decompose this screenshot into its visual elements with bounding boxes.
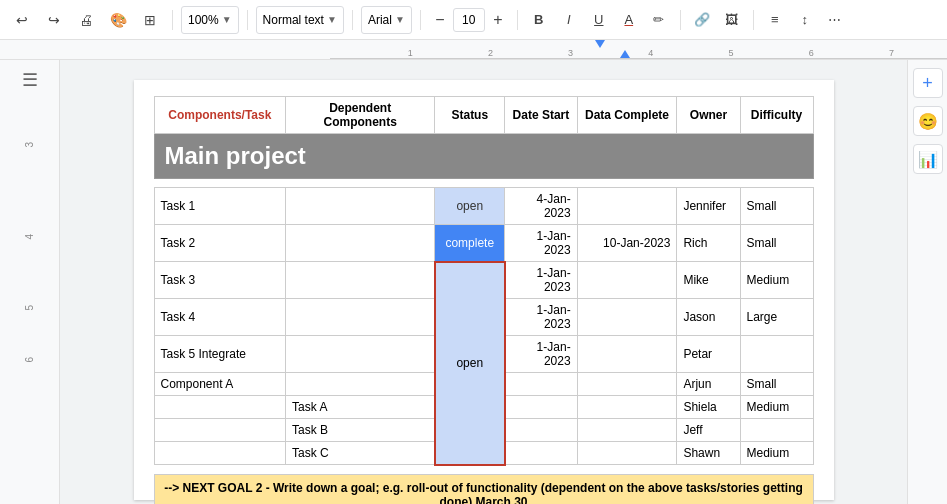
date-start-cell <box>505 396 577 419</box>
dep-cell: Task B <box>286 419 435 442</box>
dep-cell <box>286 188 435 225</box>
ruler-mark-1: 1 <box>408 48 413 58</box>
project-table: Components/Task Dependent Components Sta… <box>154 96 814 504</box>
print-button[interactable]: 🖨 <box>72 6 100 34</box>
add-comment-button[interactable]: + <box>913 68 943 98</box>
task-cell: Task 5 Integrate <box>154 336 286 373</box>
table-row: Task 1 open 4-Jan-2023 Jennifer Small <box>154 188 813 225</box>
table-header-row: Components/Task Dependent Components Sta… <box>154 97 813 134</box>
difficulty-cell: Small <box>740 225 813 262</box>
font-size-increase[interactable]: + <box>487 9 509 31</box>
owner-cell: Petar <box>677 336 740 373</box>
font-dropdown[interactable]: Arial ▼ <box>361 6 412 34</box>
col-header-difficulty: Difficulty <box>740 97 813 134</box>
data-complete-cell <box>577 336 677 373</box>
separator-4 <box>420 10 421 30</box>
separator-1 <box>172 10 173 30</box>
text-style-value: Normal text <box>263 13 324 27</box>
separator-6 <box>680 10 681 30</box>
difficulty-cell <box>740 336 813 373</box>
date-start-cell <box>505 442 577 465</box>
align-button[interactable]: ≡ <box>762 7 788 33</box>
chart-button[interactable]: 📊 <box>913 144 943 174</box>
owner-cell: Shiela <box>677 396 740 419</box>
doc-area[interactable]: Components/Task Dependent Components Sta… <box>60 60 907 504</box>
task-cell <box>154 396 286 419</box>
undo-button[interactable]: ↩ <box>8 6 36 34</box>
difficulty-cell: Medium <box>740 396 813 419</box>
separator-5 <box>517 10 518 30</box>
emoji-button[interactable]: 😊 <box>913 106 943 136</box>
col-header-status: Status <box>435 97 505 134</box>
ruler-number-3: 3 <box>24 142 35 148</box>
data-complete-cell <box>577 262 677 299</box>
font-value: Arial <box>368 13 392 27</box>
dep-cell: Task A <box>286 396 435 419</box>
owner-cell: Jeff <box>677 419 740 442</box>
ruler-marker-top <box>595 40 605 48</box>
table-row: Task 3 open 1-Jan-2023 Mike Medium <box>154 262 813 299</box>
ruler-number-5: 5 <box>24 305 35 311</box>
task-cell: Task 2 <box>154 225 286 262</box>
bookmark-button[interactable]: ⊞ <box>136 6 164 34</box>
date-start-cell: 1-Jan-2023 <box>505 225 577 262</box>
highlight-button[interactable]: ✏ <box>646 7 672 33</box>
line-spacing-button[interactable]: ↕ <box>792 7 818 33</box>
bold-button[interactable]: B <box>526 7 552 33</box>
difficulty-cell <box>740 419 813 442</box>
col-header-owner: Owner <box>677 97 740 134</box>
owner-cell: Mike <box>677 262 740 299</box>
zoom-dropdown[interactable]: 100% ▼ <box>181 6 239 34</box>
ruler-marker-bottom <box>620 50 630 58</box>
italic-button[interactable]: I <box>556 7 582 33</box>
ruler-mark-6: 6 <box>809 48 814 58</box>
paint-format-button[interactable]: 🎨 <box>104 6 132 34</box>
link-button[interactable]: 🔗 <box>689 7 715 33</box>
goal-text: --> NEXT GOAL 2 - Write down a goal; e.g… <box>154 474 813 504</box>
redo-button[interactable]: ↪ <box>40 6 68 34</box>
task-cell <box>154 419 286 442</box>
image-button[interactable]: 🖼 <box>719 7 745 33</box>
zoom-value: 100% <box>188 13 219 27</box>
date-start-cell <box>505 373 577 396</box>
ruler-number-4: 4 <box>24 234 35 240</box>
more-button[interactable]: ⋯ <box>822 7 848 33</box>
left-align-icon[interactable]: ☰ <box>14 64 46 96</box>
toolbar: ↩ ↪ 🖨 🎨 ⊞ 100% ▼ Normal text ▼ Arial ▼ −… <box>0 0 947 40</box>
ruler-content: 1 2 3 4 5 6 7 <box>330 40 947 59</box>
spacer-row <box>154 179 813 188</box>
ruler: 1 2 3 4 5 6 7 <box>0 40 947 60</box>
ruler-mark-3: 3 <box>568 48 573 58</box>
left-panel: ☰ 3 4 5 6 <box>0 60 60 504</box>
text-style-dropdown[interactable]: Normal text ▼ <box>256 6 344 34</box>
owner-cell: Shawn <box>677 442 740 465</box>
data-complete-cell <box>577 442 677 465</box>
data-complete-cell <box>577 419 677 442</box>
task-cell <box>154 442 286 465</box>
data-complete-cell: 10-Jan-2023 <box>577 225 677 262</box>
table-row: Task 2 complete 1-Jan-2023 10-Jan-2023 R… <box>154 225 813 262</box>
task-cell: Task 1 <box>154 188 286 225</box>
difficulty-cell: Small <box>740 373 813 396</box>
zoom-chevron: ▼ <box>222 14 232 25</box>
ruler-number-6: 6 <box>24 357 35 363</box>
data-complete-cell <box>577 299 677 336</box>
date-start-cell: 1-Jan-2023 <box>505 299 577 336</box>
dep-cell <box>286 262 435 299</box>
ruler-mark-7: 7 <box>889 48 894 58</box>
date-start-cell <box>505 419 577 442</box>
font-size-decrease[interactable]: − <box>429 9 451 31</box>
separator-3 <box>352 10 353 30</box>
difficulty-cell: Medium <box>740 442 813 465</box>
ruler-mark-2: 2 <box>488 48 493 58</box>
font-chevron: ▼ <box>395 14 405 25</box>
status-cell: open <box>435 262 505 465</box>
text-style-chevron: ▼ <box>327 14 337 25</box>
owner-cell: Jason <box>677 299 740 336</box>
font-color-button[interactable]: A <box>616 7 642 33</box>
difficulty-cell: Medium <box>740 262 813 299</box>
dep-cell <box>286 373 435 396</box>
task-cell: Component A <box>154 373 286 396</box>
task-cell: Task 3 <box>154 262 286 299</box>
underline-button[interactable]: U <box>586 7 612 33</box>
